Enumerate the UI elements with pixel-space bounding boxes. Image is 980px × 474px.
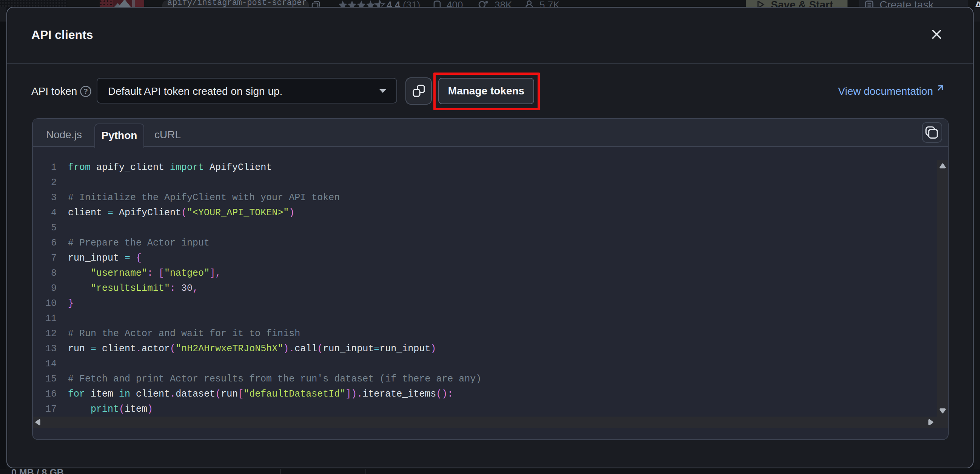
svg-text:?: ? [83,87,88,95]
